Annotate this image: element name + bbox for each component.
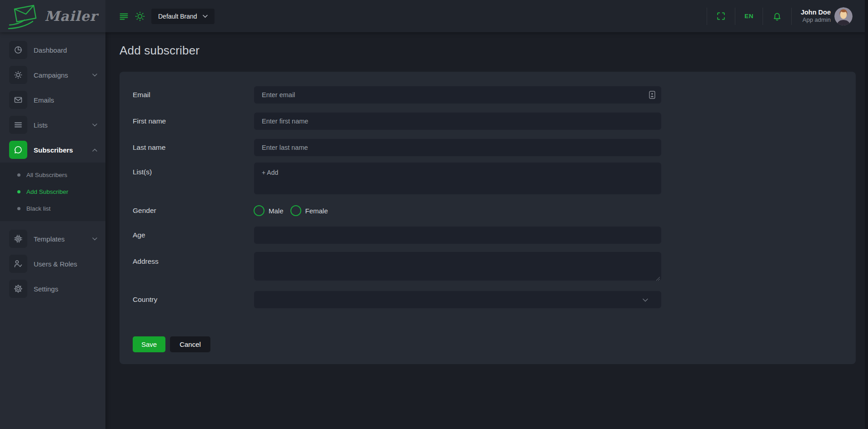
gender-label: Gender — [133, 207, 156, 215]
subscribers-submenu: All Subscribers Add Subscriber Black lis… — [0, 163, 105, 221]
page-title: Add subscriber — [120, 44, 200, 58]
submenu-item-all-subscribers[interactable]: All Subscribers — [0, 167, 105, 183]
person-check-icon — [9, 255, 27, 273]
form-actions: Save Cancel — [133, 336, 856, 352]
age-row: Age — [133, 226, 856, 244]
cancel-button[interactable]: Cancel — [170, 336, 210, 352]
sidebar: Dashboard Campaigns Emails Lists Subscri… — [0, 32, 105, 429]
last-name-field[interactable] — [254, 138, 662, 157]
chevron-down-icon — [203, 15, 208, 18]
sidebar-item-label: Users & Roles — [34, 260, 77, 268]
gender-radio-male[interactable]: Male — [254, 205, 284, 216]
envelope-icon — [9, 91, 27, 109]
fullscreen-icon[interactable] — [716, 11, 726, 21]
country-row: Country — [133, 291, 856, 309]
age-label: Age — [133, 231, 145, 239]
email-field[interactable] — [254, 86, 662, 104]
chevron-down-icon — [643, 298, 648, 302]
country-select[interactable] — [254, 291, 662, 309]
avatar[interactable] — [834, 7, 853, 25]
radio-circle-icon[interactable] — [290, 205, 301, 216]
sidebar-item-campaigns[interactable]: Campaigns — [0, 66, 105, 84]
user-role: App admin — [801, 16, 831, 24]
topbar-divider — [763, 8, 763, 25]
topbar: Mailer Default Brand EN — [0, 0, 868, 32]
first-name-label: First name — [133, 117, 166, 125]
address-field[interactable] — [254, 251, 662, 281]
sun-icon — [9, 66, 27, 84]
save-button[interactable]: Save — [133, 336, 165, 352]
lists-label: List(s) — [133, 168, 152, 176]
pie-chart-icon — [9, 41, 27, 59]
topbar-divider — [707, 8, 707, 25]
gender-radio-female[interactable]: Female — [290, 205, 328, 216]
theme-sun-icon[interactable] — [135, 11, 145, 22]
email-label: Email — [133, 91, 150, 99]
bullet-dot-icon — [17, 207, 20, 210]
mailer-envelope-icon — [7, 3, 43, 30]
sidebar-item-label: Dashboard — [34, 46, 67, 54]
notifications-bell-icon[interactable] — [772, 11, 782, 21]
app-logo[interactable]: Mailer — [0, 0, 105, 32]
age-field[interactable] — [254, 226, 662, 244]
sidebar-item-settings[interactable]: Settings — [0, 280, 105, 298]
gender-female-label: Female — [305, 207, 328, 215]
add-list-button[interactable]: + Add — [262, 169, 278, 176]
contact-autofill-icon[interactable] — [649, 91, 655, 99]
submenu-item-add-subscriber[interactable]: Add Subscriber — [0, 183, 105, 200]
chevron-down-icon — [92, 237, 97, 241]
last-name-row: Last name — [133, 138, 856, 157]
sidebar-item-label: Campaigns — [34, 71, 68, 79]
sidebar-item-label: Subscribers — [34, 146, 73, 154]
country-label: Country — [133, 296, 157, 304]
user-menu[interactable]: John Doe App admin — [801, 9, 831, 24]
address-label: Address — [133, 257, 159, 266]
first-name-row: First name — [133, 112, 856, 130]
sidebar-item-subscribers[interactable]: Subscribers — [0, 141, 105, 159]
sidebar-item-users-roles[interactable]: Users & Roles — [0, 255, 105, 273]
submenu-item-label: All Subscribers — [26, 172, 67, 178]
chevron-down-icon — [92, 74, 97, 77]
lists-row: List(s) + Add — [133, 162, 856, 195]
user-name: John Doe — [801, 9, 831, 16]
sidebar-item-emails[interactable]: Emails — [0, 91, 105, 109]
sidebar-item-label: Emails — [34, 96, 54, 104]
sidebar-toggle-icon[interactable] — [119, 12, 129, 21]
radio-circle-icon[interactable] — [254, 205, 264, 216]
sidebar-item-dashboard[interactable]: Dashboard — [0, 41, 105, 59]
email-row: Email — [133, 86, 856, 104]
sidebar-item-label: Settings — [34, 285, 58, 293]
brand-selector-dropdown[interactable]: Default Brand — [151, 9, 215, 24]
app-logo-text: Mailer — [45, 8, 97, 24]
chat-bubble-icon — [9, 141, 27, 159]
list-lines-icon — [9, 116, 27, 134]
lists-tag-box[interactable]: + Add — [254, 162, 662, 195]
topbar-divider — [791, 8, 792, 25]
gear-icon — [9, 280, 27, 298]
bullet-dot-icon — [17, 190, 20, 193]
submenu-item-label: Black list — [26, 205, 50, 212]
gender-row: Gender Male Female — [133, 204, 856, 217]
submenu-item-black-list[interactable]: Black list — [0, 200, 105, 217]
gender-male-label: Male — [269, 207, 284, 215]
first-name-field[interactable] — [254, 112, 662, 130]
last-name-label: Last name — [133, 143, 165, 152]
brand-selector-label: Default Brand — [158, 13, 197, 20]
address-row: Address — [133, 251, 856, 283]
chevron-up-icon — [92, 148, 97, 152]
sidebar-item-label: Templates — [34, 235, 65, 243]
language-selector[interactable]: EN — [744, 13, 753, 20]
sidebar-item-templates[interactable]: Templates — [0, 230, 105, 248]
topbar-divider — [735, 8, 735, 25]
chip-icon — [9, 230, 27, 248]
sidebar-item-lists[interactable]: Lists — [0, 116, 105, 134]
chevron-down-icon — [92, 123, 97, 127]
vertical-scrollbar[interactable] — [865, 0, 868, 429]
submenu-item-label: Add Subscriber — [26, 188, 68, 195]
sidebar-item-label: Lists — [34, 121, 48, 129]
add-subscriber-form-card: Email First name Last name List(s) — [120, 72, 856, 364]
bullet-dot-icon — [17, 173, 20, 177]
